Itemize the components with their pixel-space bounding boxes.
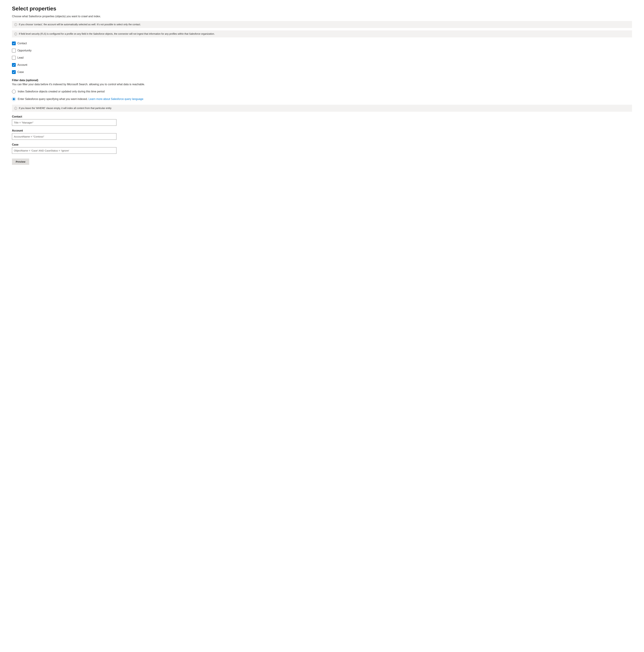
radio-row-query: Enter Salesforce query specifying what y… (12, 97, 632, 101)
case-query-input[interactable] (12, 147, 116, 154)
checkbox-label: Case (18, 71, 24, 74)
page-title: Select properties (12, 5, 632, 12)
field-label: Case (12, 143, 632, 146)
field-label: Account (12, 129, 632, 132)
field-label: Contact (12, 115, 632, 118)
checkbox-label: Opportunity (18, 49, 32, 52)
info-bar-where-note: i If you leave the 'WHERE' clause empty,… (12, 105, 632, 112)
filter-desc: You can filter your data before it's ind… (12, 83, 632, 86)
checkbox-label: Account (18, 63, 27, 66)
checkbox-contact[interactable] (12, 42, 16, 45)
field-block-case: Case (12, 143, 632, 154)
checkbox-label: Contact (18, 42, 27, 45)
account-query-input[interactable] (12, 133, 116, 140)
preview-button[interactable]: Preview (12, 159, 29, 165)
radio-label: Index Salesforce objects created or upda… (18, 90, 105, 93)
checkbox-row-lead: Lead (12, 56, 632, 60)
info-text: If you choose 'contact,' the account wil… (19, 23, 141, 26)
filter-heading: Filter data (optional) (12, 79, 632, 82)
properties-checkbox-group: Contact Opportunity Lead Account Case (12, 42, 632, 74)
field-block-account: Account (12, 129, 632, 140)
checkbox-lead[interactable] (12, 56, 16, 60)
info-text: If you leave the 'WHERE' clause empty, i… (19, 107, 111, 109)
info-bar-contact-note: i If you choose 'contact,' the account w… (12, 21, 632, 28)
contact-query-input[interactable] (12, 119, 116, 126)
radio-query[interactable] (12, 97, 16, 101)
radio-row-time-period: Index Salesforce objects created or upda… (12, 90, 632, 93)
info-icon: i (15, 107, 17, 110)
checkbox-case[interactable] (12, 70, 16, 74)
radio-label: Enter Salesforce query specifying what y… (18, 98, 143, 101)
checkbox-row-opportunity: Opportunity (12, 49, 632, 52)
checkbox-label: Lead (18, 56, 24, 59)
info-icon: i (15, 23, 17, 26)
page-subtitle: Choose what Salesforce properties (objec… (12, 15, 632, 18)
checkbox-account[interactable] (12, 63, 16, 67)
checkbox-opportunity[interactable] (12, 49, 16, 52)
info-icon: i (15, 33, 17, 35)
checkbox-row-account: Account (12, 63, 632, 67)
field-block-contact: Contact (12, 115, 632, 126)
radio-label-text: Enter Salesforce query specifying what y… (18, 98, 88, 101)
radio-time-period[interactable] (12, 90, 16, 93)
checkbox-row-contact: Contact (12, 42, 632, 45)
checkbox-row-case: Case (12, 70, 632, 74)
info-text: If field level security (FLS) is configu… (19, 32, 215, 35)
learn-more-link[interactable]: Learn more about Salesforce query langua… (88, 98, 143, 101)
info-bar-fls-note: i If field level security (FLS) is confi… (12, 30, 632, 37)
